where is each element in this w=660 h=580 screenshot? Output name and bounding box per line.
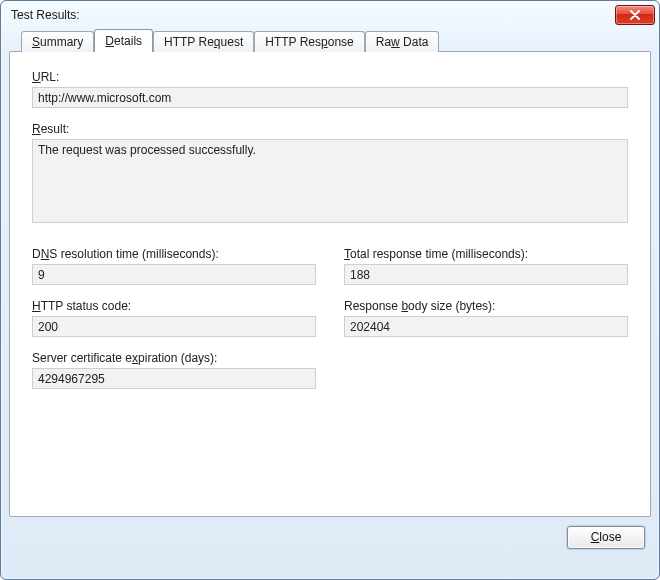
field-result[interactable]: The request was processed successfully.: [32, 139, 628, 223]
group-total-response: Total response time (milliseconds): 188: [344, 247, 628, 285]
close-icon: [629, 10, 641, 20]
label-body-size: Response body size (bytes):: [344, 299, 628, 313]
label-cert-expiration: Server certificate expiration (days):: [32, 351, 316, 365]
tab-http-request[interactable]: HTTP Request: [153, 31, 254, 52]
field-status[interactable]: 200: [32, 316, 316, 337]
tab-strip: Summary Details HTTP Request HTTP Respon…: [21, 29, 651, 51]
group-result: Result: The request was processed succes…: [32, 122, 628, 223]
group-dns: DNS resolution time (milliseconds): 9: [32, 247, 316, 285]
label-url: URL:: [32, 70, 628, 84]
group-body-size: Response body size (bytes): 202404: [344, 299, 628, 337]
label-status: HTTP status code:: [32, 299, 316, 313]
metrics-row-3: Server certificate expiration (days): 42…: [32, 351, 628, 403]
dialog-footer: Close: [9, 517, 651, 557]
tab-raw-data[interactable]: Raw Data: [365, 31, 440, 52]
label-result: Result:: [32, 122, 628, 136]
metrics-row-2: HTTP status code: 200 Response body size…: [32, 299, 628, 351]
group-status: HTTP status code: 200: [32, 299, 316, 337]
client-area: Summary Details HTTP Request HTTP Respon…: [9, 29, 651, 571]
tab-details[interactable]: Details: [94, 29, 153, 52]
group-cert-expiration: Server certificate expiration (days): 42…: [32, 351, 316, 389]
group-url: URL: http://www.microsoft.com: [32, 70, 628, 108]
field-url[interactable]: http://www.microsoft.com: [32, 87, 628, 108]
field-body-size[interactable]: 202404: [344, 316, 628, 337]
field-dns[interactable]: 9: [32, 264, 316, 285]
tab-http-response[interactable]: HTTP Response: [254, 31, 365, 52]
dialog-window: Test Results: Summary Details HTTP Reque…: [0, 0, 660, 580]
label-dns: DNS resolution time (milliseconds):: [32, 247, 316, 261]
field-cert-expiration[interactable]: 4294967295: [32, 368, 316, 389]
tab-panel-details: URL: http://www.microsoft.com Result: Th…: [9, 51, 651, 517]
metrics-row-1: DNS resolution time (milliseconds): 9 To…: [32, 247, 628, 299]
label-total-response: Total response time (milliseconds):: [344, 247, 628, 261]
window-title: Test Results:: [11, 8, 615, 22]
field-total-response[interactable]: 188: [344, 264, 628, 285]
title-bar: Test Results:: [1, 1, 659, 29]
close-window-button[interactable]: [615, 5, 655, 25]
close-button[interactable]: Close: [567, 526, 645, 549]
tab-summary[interactable]: Summary: [21, 31, 94, 52]
